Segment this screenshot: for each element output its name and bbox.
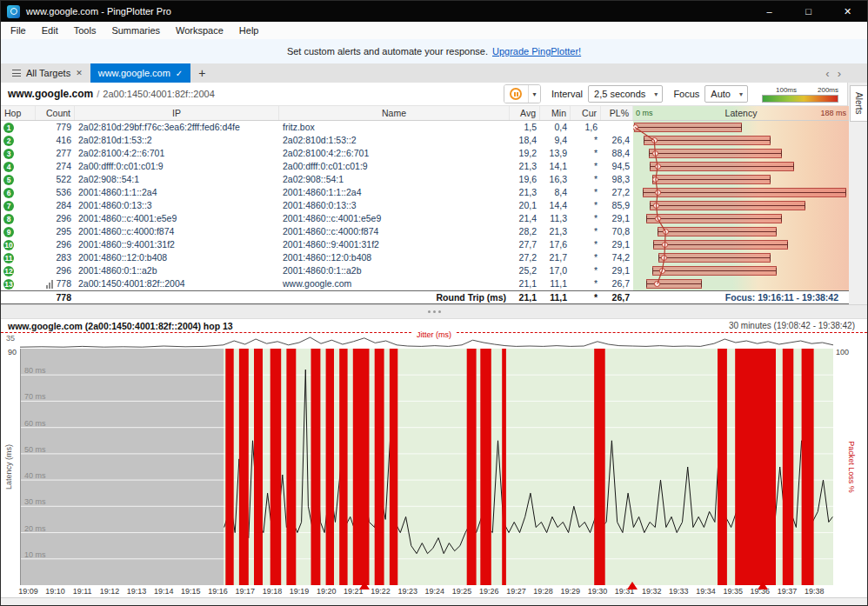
menu-file[interactable]: File: [3, 22, 34, 39]
latency-whisker: [652, 270, 777, 271]
cur-cell: 1,6: [571, 121, 601, 134]
trace-row-hop-5[interactable]: 55222a02:908::54:12a02:908::54:119,616,3…: [1, 173, 849, 186]
col-header-cur[interactable]: Cur: [571, 106, 601, 120]
min-cell: 13,9: [540, 147, 571, 160]
cur-cell: *: [571, 134, 601, 147]
pl-cell: [601, 121, 633, 134]
trace-row-hop-3[interactable]: 32772a02:8100:4:2::6:7012a02:8100:4:2::6…: [1, 147, 849, 160]
round-trip-cur: *: [571, 291, 601, 303]
focus-label: Focus: [673, 89, 699, 99]
trace-row-hop-6[interactable]: 65362001:4860:1:1::2a42001:4860:1:1::2a4…: [1, 186, 849, 199]
time-label: 19:37: [778, 587, 798, 596]
name-cell: 2a02:908::54:1: [279, 173, 510, 186]
min-cell: 0,4: [540, 121, 571, 134]
col-header-pl[interactable]: PL%: [601, 106, 633, 120]
close-tab-icon[interactable]: ✕: [76, 69, 83, 77]
latency-axis: 90 Latency (ms): [1, 349, 20, 585]
col-header-latency[interactable]: 0 ms Latency 188 ms: [633, 106, 849, 120]
gridline-label: 70 ms: [24, 392, 46, 401]
upgrade-link[interactable]: Upgrade PingPlotter!: [492, 46, 581, 57]
alerts-tab[interactable]: Alerts: [850, 85, 867, 122]
time-label: 19:28: [533, 587, 553, 596]
pause-dropdown[interactable]: ▾: [528, 85, 540, 103]
menu-tools[interactable]: Tools: [66, 22, 104, 39]
target-list-icon: [12, 70, 21, 77]
trace-row-hop-9[interactable]: 92952001:4860::c:4000:f8742001:4860::c:4…: [1, 225, 849, 238]
trace-row-hop-10[interactable]: 102962001:4860::9:4001:31f22001:4860::9:…: [1, 238, 849, 251]
menu-edit[interactable]: Edit: [34, 22, 66, 39]
current-latency-marker: [655, 190, 661, 196]
panel-splitter[interactable]: [1, 304, 867, 319]
latency-scale-max: 188 ms: [820, 106, 846, 120]
focus-select[interactable]: Auto ▾: [704, 85, 748, 103]
round-trip-pl: 26,7: [601, 291, 633, 303]
focus-range: Focus: 19:16:11 - 19:38:42: [633, 291, 849, 303]
timeline-plot[interactable]: 80 ms70 ms60 ms50 ms40 ms30 ms20 ms10 ms: [20, 349, 833, 585]
name-cell: 2001:4860::12:0:b408: [279, 251, 510, 264]
pause-button[interactable]: [504, 85, 528, 103]
interval-select[interactable]: 2,5 seconds ▾: [588, 85, 663, 103]
latency-cell: [633, 160, 849, 173]
menu-help[interactable]: Help: [231, 22, 267, 39]
name-cell: 2a02:8100:4:2::6:701: [279, 147, 510, 160]
col-header-count[interactable]: Count: [36, 106, 75, 120]
count-value: 296: [56, 238, 71, 251]
hop-cell: 6: [1, 186, 36, 199]
count-value: 522: [56, 173, 71, 186]
close-icon[interactable]: ✕: [828, 1, 867, 22]
chevron-right-icon[interactable]: ›: [838, 67, 841, 80]
name-cell: www.google.com: [279, 277, 510, 290]
latency-scale-min: 0 ms: [636, 106, 653, 120]
time-label: 19:20: [317, 587, 337, 596]
time-label: 19:33: [669, 587, 689, 596]
hop-number-badge: 13: [3, 279, 14, 290]
minimize-icon[interactable]: –: [750, 1, 789, 22]
alert-marker-icon[interactable]: [627, 582, 638, 589]
new-tab-button[interactable]: +: [190, 63, 213, 83]
pl-cell: 29,1: [601, 264, 633, 277]
trace-row-hop-11[interactable]: 112832001:4860::12:0:b4082001:4860::12:0…: [1, 251, 849, 264]
ip-cell: 2001:4860::c:4001:e5e9: [75, 212, 279, 225]
trace-row-hop-8[interactable]: 82962001:4860::c:4001:e5e92001:4860::c:4…: [1, 212, 849, 225]
pl-cell: 88,4: [601, 147, 633, 160]
trace-row-hop-2[interactable]: 24162a02:810d:1:53::22a02:810d:1:53::218…: [1, 134, 849, 147]
alert-marker-icon[interactable]: [758, 582, 768, 589]
latency-whisker: [652, 179, 771, 180]
time-label: 19:29: [560, 587, 580, 596]
trace-row-hop-4[interactable]: 42742a00:dfff:0:c01:c01:92a00:dfff:0:c01…: [1, 160, 849, 173]
tab-label: www.google.com: [98, 68, 170, 78]
alert-marker-icon[interactable]: [359, 582, 370, 589]
col-header-min[interactable]: Min: [540, 106, 571, 120]
tab-all-targets[interactable]: All Targets ✕: [4, 63, 90, 83]
hop-number-badge: 3: [3, 149, 14, 159]
menu-workspace[interactable]: Workspace: [168, 22, 231, 39]
tab-www-google-com[interactable]: www.google.com ✓: [90, 63, 191, 83]
latency-cell: [633, 264, 849, 277]
min-cell: 16,3: [540, 173, 571, 186]
chevron-down-icon: ▾: [654, 90, 658, 98]
trace-row-hop-13[interactable]: 137782a00:1450:4001:82f::2004www.google.…: [1, 277, 849, 290]
avg-cell: 21,4: [510, 212, 540, 225]
menu-summaries[interactable]: Summaries: [103, 22, 168, 39]
maximize-icon[interactable]: □: [789, 1, 828, 22]
col-header-hop[interactable]: Hop: [1, 106, 36, 120]
name-cell: 2a02:810d:1:53::2: [279, 134, 510, 147]
chevron-left-icon[interactable]: ‹: [825, 67, 829, 80]
time-label: 19:12: [100, 587, 120, 596]
trace-row-hop-1[interactable]: 17792a02:810d:29bf:f76c:3ea6:2fff:fed6:d…: [1, 121, 849, 134]
pause-icon: [510, 88, 522, 100]
pl-cell: 70,8: [601, 225, 633, 238]
count-cell: 295: [36, 225, 75, 238]
col-header-name[interactable]: Name: [279, 106, 510, 120]
gridline-label: 50 ms: [24, 445, 46, 454]
latency-whisker: [634, 127, 743, 128]
name-cell: 2001:4860:0:1::a2b: [279, 264, 510, 277]
time-label: 19:11: [73, 587, 92, 596]
trace-row-hop-12[interactable]: 122962001:4860:0:1::a2b2001:4860:0:1::a2…: [1, 264, 849, 277]
tab-label: All Targets: [26, 68, 70, 78]
avg-cell: 1,5: [510, 121, 540, 134]
hop-cell: 3: [1, 147, 36, 160]
col-header-avg[interactable]: Avg: [510, 106, 540, 120]
col-header-ip[interactable]: IP: [75, 106, 279, 120]
trace-row-hop-7[interactable]: 72842001:4860:0:13::32001:4860:0:13::320…: [1, 199, 849, 212]
